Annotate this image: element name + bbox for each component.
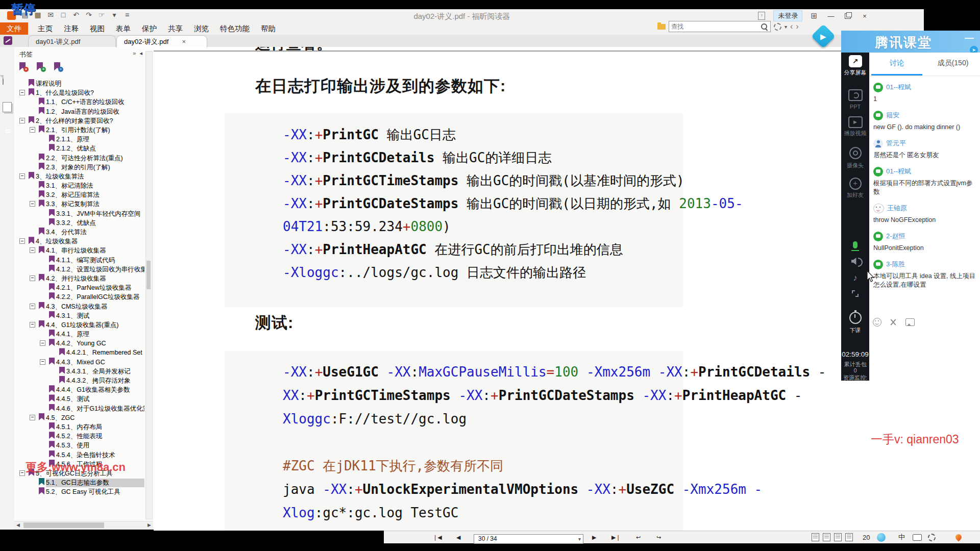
scroll-left-icon[interactable]: ◀ <box>16 522 20 528</box>
bookmark-item[interactable]: 4.1、串行垃圾收集器 <box>14 245 153 255</box>
menu-item[interactable]: 表单 <box>110 22 136 35</box>
scrollbar-thumb[interactable] <box>146 261 151 289</box>
menu-item[interactable]: 共享 <box>162 22 188 35</box>
find-previous-icon[interactable]: ‹ <box>790 21 793 32</box>
bookmarks-horizontal-scrollbar[interactable]: ◀ ▶ <box>14 521 153 530</box>
bookmark-item[interactable]: 5.1、GC日志输出参数 <box>14 478 153 487</box>
menu-item[interactable]: 浏览 <box>188 22 214 35</box>
toolbar-ppt[interactable]: PPT <box>841 89 869 110</box>
menu-file[interactable]: 文件 <box>0 22 28 35</box>
expander-icon[interactable] <box>19 118 25 123</box>
bookmark-item[interactable]: 3.3、标记复制算法 <box>14 199 153 208</box>
minimize-button[interactable]: — <box>825 12 837 20</box>
restore-button[interactable] <box>845 13 851 19</box>
expander-icon[interactable] <box>30 247 35 253</box>
bookmark-item[interactable]: 3.4.3.1、全局并发标记 <box>14 366 153 375</box>
expander-icon[interactable] <box>19 470 25 476</box>
search-input[interactable] <box>669 23 760 30</box>
screenshot-scissors-icon[interactable] <box>890 319 897 325</box>
classroom-ball-icon[interactable] <box>877 533 886 542</box>
ime-keyboard-icon[interactable] <box>913 534 922 541</box>
ime-chinese-indicator[interactable]: 中 <box>898 531 905 543</box>
bookmark-item[interactable]: 1.2、Java语言的垃圾回收 <box>14 107 153 116</box>
toolbar-share-screen[interactable]: ↗分享屏幕 <box>841 55 869 77</box>
continuous-view-icon[interactable] <box>823 533 830 541</box>
bookmark-item[interactable]: 4.1.2、设置垃圾回收为串行收集器 <box>14 264 153 273</box>
expander-icon[interactable] <box>30 415 35 420</box>
delete-bookmark-button[interactable]: × <box>19 62 27 71</box>
pages-panel-icon[interactable] <box>3 75 4 85</box>
expander-icon[interactable] <box>30 322 35 328</box>
bookmark-item[interactable]: 2.1.1、原理 <box>14 134 153 143</box>
bookmark-item[interactable]: 4.4.2、Young GC <box>14 338 153 347</box>
bookmark-item[interactable]: 2、什么样的对象需要回收? <box>14 116 153 125</box>
bookmark-item[interactable]: 4.5.4、染色指针技术 <box>14 450 153 459</box>
bookmark-item[interactable]: 4.5.2、性能表现 <box>14 431 153 440</box>
microphone-icon[interactable] <box>841 241 869 249</box>
bookmark-item[interactable]: 3.3.2、优缺点 <box>14 218 153 227</box>
toolbar-camera[interactable]: 摄像头 <box>841 147 869 169</box>
bookmark-item[interactable]: 4.5.3、使用 <box>14 440 153 449</box>
bookmark-item[interactable]: 4.4.3.2、拷贝存活对象 <box>14 375 153 385</box>
find-next-icon[interactable]: › <box>796 21 798 32</box>
bookmark-item[interactable]: 2.3、对象的引用(了解) <box>14 162 153 171</box>
speaker-icon[interactable] <box>841 258 869 266</box>
ime-settings-gear-icon[interactable] <box>928 534 936 541</box>
bookmark-item[interactable]: 3、垃圾收集算法 <box>14 171 153 181</box>
bookmark-item[interactable]: 3.2、标记压缩算法 <box>14 190 153 199</box>
menu-item[interactable]: 主页 <box>32 22 58 35</box>
bookmark-item[interactable]: 1.1、C/C++语言的垃圾回收 <box>14 97 153 106</box>
folder-icon[interactable] <box>657 24 666 30</box>
document-tab[interactable]: day02-讲义.pdf× <box>116 35 207 47</box>
next-page-button[interactable]: ▶ <box>592 531 596 543</box>
bookmark-item[interactable]: 4.2、并行垃圾收集器 <box>14 273 153 283</box>
zoom-level[interactable]: 20 <box>863 531 870 543</box>
menu-item[interactable]: 视图 <box>84 22 110 35</box>
bookmark-item[interactable]: 4.4、G1垃圾收集器(重点) <box>14 320 153 329</box>
expander-icon[interactable] <box>30 201 35 207</box>
bookmark-item[interactable]: 4.5、ZGC <box>14 413 153 422</box>
music-icon[interactable]: ♪ <box>841 273 869 283</box>
toolbar-play-video[interactable]: ▶播放视频 <box>841 116 869 137</box>
layers-panel-icon[interactable] <box>3 102 12 112</box>
expander-icon[interactable] <box>19 238 25 244</box>
bookmark-item[interactable]: 2.1.2、优缺点 <box>14 143 153 153</box>
bookmark-item[interactable]: 4.4.2.1、Remembered Set <box>14 347 153 357</box>
search-box[interactable] <box>669 21 771 32</box>
bookmark-item[interactable]: 3.4、分代算法 <box>14 227 153 236</box>
expander-icon[interactable] <box>19 90 25 95</box>
goto-bookmark-button[interactable]: › <box>54 62 61 71</box>
bookmark-item[interactable]: 2.1、引用计数法(了解) <box>14 125 153 134</box>
bookmark-item[interactable]: 4.4.3、Mixed GC <box>14 357 153 366</box>
expander-icon[interactable] <box>30 276 35 281</box>
toolbar-add-friend[interactable]: +加好友 <box>841 178 869 199</box>
scrollbar-thumb[interactable] <box>23 522 104 528</box>
search-settings-caret-icon[interactable]: ▾ <box>785 24 787 30</box>
facing-view-icon[interactable] <box>834 533 842 541</box>
image-icon[interactable] <box>905 318 915 326</box>
bookmark-item[interactable]: 4.1.1、编写测试代码 <box>14 255 153 264</box>
search-settings-icon[interactable] <box>774 23 781 31</box>
flame-icon[interactable] <box>954 533 963 542</box>
login-button[interactable]: 未登录 <box>773 10 802 21</box>
bookmark-item[interactable]: 3.3.1、JVM中年轻代内存空间 <box>14 209 153 218</box>
classroom-header[interactable]: 腾讯课堂 — ➤ <box>841 31 980 53</box>
expander-icon[interactable] <box>30 127 35 133</box>
menu-item[interactable]: 特色功能 <box>214 22 255 35</box>
tab-close-icon[interactable]: × <box>182 38 186 45</box>
bookmark-item[interactable]: 4.4.6、对于G1垃圾收集器优化策 <box>14 404 153 413</box>
search-icon[interactable] <box>761 23 767 30</box>
last-page-button[interactable]: ▶❘ <box>611 531 621 543</box>
first-page-button[interactable]: ❘◀ <box>433 531 442 543</box>
bookmarks-vertical-scrollbar[interactable] <box>145 51 153 519</box>
bookmark-item[interactable]: 1、什么是垃圾回收? <box>14 88 153 97</box>
panel-collapse-icon[interactable]: » ◂ <box>133 50 143 57</box>
bookmark-item[interactable]: 4.3.1、测试 <box>14 311 153 320</box>
menu-item[interactable]: 注释 <box>58 22 84 35</box>
menu-item[interactable]: 帮助 <box>255 22 281 35</box>
layout-grid-icon[interactable]: ⊞ <box>811 11 817 20</box>
fullscreen-icon[interactable] <box>841 290 869 298</box>
bookmark-item[interactable]: 4.4.5、测试 <box>14 394 153 403</box>
menu-item[interactable]: 保护 <box>136 22 162 35</box>
emoji-icon[interactable] <box>873 318 881 327</box>
